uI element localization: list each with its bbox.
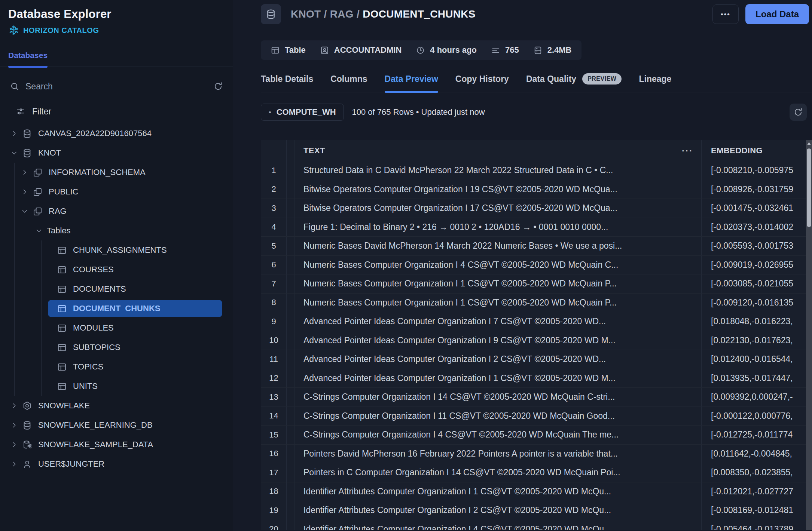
table-row[interactable]: 5Numeric Bases David McPherson 14 March …	[261, 237, 812, 256]
tree-item-canvas-202a22d901607564[interactable]: CANVAS_202A22D901607564	[0, 124, 233, 143]
table-row[interactable]: 20Identifier Attributes Computer Organiz…	[261, 520, 812, 530]
table-row[interactable]: 16Pointers David McPherson 16 February 2…	[261, 445, 812, 464]
chevron-right-icon[interactable]	[10, 421, 18, 429]
table-row[interactable]: 17Pointers in C Computer Organization I …	[261, 463, 812, 482]
text-cell[interactable]: Advanced Pointer Ideas Computer Organiza…	[295, 350, 702, 369]
embedding-cell[interactable]: [-0.008926,-0.031759	[702, 180, 812, 199]
chevron-down-icon[interactable]	[35, 227, 43, 234]
text-cell[interactable]: Advanced Pointer Ideas Computer Organiza…	[295, 331, 702, 350]
tab-data-quality[interactable]: Data QualityPREVIEW	[526, 73, 622, 92]
filter-button[interactable]: Filter	[16, 105, 233, 118]
text-cell[interactable]: Numeric Bases Computer Organization I 1 …	[295, 294, 702, 312]
embedding-cell[interactable]: [0.022130,-0.017623,	[702, 331, 812, 350]
chevron-right-icon[interactable]	[21, 188, 28, 196]
tab-copy-history[interactable]: Copy History	[455, 73, 509, 92]
breadcrumb-parents[interactable]: KNOT / RAG /	[291, 8, 363, 20]
embedding-cell[interactable]: [0.011642,-0.004845,	[702, 445, 812, 463]
text-cell[interactable]: Pointers in C Computer Organization I 14…	[295, 463, 702, 482]
text-cell[interactable]: Figure 1: Decimal to Binary 2 • 216 → 00…	[295, 218, 702, 237]
tree-item-tables[interactable]: Tables	[0, 221, 233, 240]
table-row[interactable]: 18Identifier Attributes Computer Organiz…	[261, 482, 812, 501]
table-row[interactable]: 13C-Strings Computer Organization I 14 C…	[261, 388, 812, 407]
embedding-cell[interactable]: [-0.008169,-0.012481	[702, 501, 812, 520]
chevron-right-icon[interactable]	[21, 169, 28, 176]
embedding-cell[interactable]: [0.009392,0.000247,-	[702, 388, 812, 406]
table-row[interactable]: 1Structured Data in C David McPherson 22…	[261, 161, 812, 180]
refresh-preview-button[interactable]	[790, 104, 807, 121]
tree-item-chunk-assignments[interactable]: CHUNK_ASSIGNMENTS	[0, 240, 233, 260]
tree-item-courses[interactable]: COURSES	[0, 260, 233, 279]
tab-lineage[interactable]: Lineage	[639, 73, 671, 92]
text-cell[interactable]: Bitwise Operators Computer Organization …	[295, 199, 702, 218]
text-cell[interactable]: Identifier Attributes Computer Organizat…	[295, 482, 702, 501]
tree-item-rag[interactable]: RAG	[0, 202, 233, 221]
tree-item-subtopics[interactable]: SUBTOPICS	[0, 338, 233, 357]
load-data-button[interactable]: Load Data	[745, 4, 809, 24]
text-cell[interactable]: Bitwise Operators Computer Organization …	[295, 180, 702, 199]
tab-databases[interactable]: Databases	[8, 51, 48, 67]
tree-refresh-icon[interactable]	[213, 82, 223, 91]
embedding-cell[interactable]: [-0.009120,-0.016135	[702, 294, 812, 312]
tab-data-preview[interactable]: Data Preview	[385, 73, 438, 92]
embedding-cell[interactable]: [0.012400,-0.016544,	[702, 350, 812, 369]
tab-columns[interactable]: Columns	[330, 73, 367, 92]
tree-item-information-schema[interactable]: INFORMATION_SCHEMA	[0, 163, 233, 182]
more-actions-button[interactable]: •••	[712, 4, 739, 24]
table-row[interactable]: 14C-Strings Computer Organization I 11 C…	[261, 407, 812, 426]
scrollbar-thumb[interactable]	[807, 148, 811, 227]
embedding-cell[interactable]: [-0.001475,-0.032461	[702, 199, 812, 218]
embedding-cell[interactable]: [0.013935,-0.017447,	[702, 369, 812, 388]
text-cell[interactable]: C-Strings Computer Organization I 14 CS@…	[295, 388, 702, 406]
tree-item-snowflake-sample-data[interactable]: SNOWFLAKE_SAMPLE_DATA	[0, 435, 233, 454]
text-cell[interactable]: Pointers David McPherson 16 February 202…	[295, 445, 702, 463]
embedding-cell[interactable]: [-0.020373,-0.014002	[702, 218, 812, 237]
tree-item-documents[interactable]: DOCUMENTS	[0, 279, 233, 299]
text-cell[interactable]: Numeric Bases David McPherson 14 March 2…	[295, 237, 702, 255]
embedding-cell[interactable]: [0.018048,-0.016223,	[702, 312, 812, 331]
table-row[interactable]: 6Numeric Bases Computer Organization I 4…	[261, 256, 812, 275]
tree-item-snowflake-learning-db[interactable]: SNOWFLAKE_LEARNING_DB	[0, 415, 233, 435]
embedding-cell[interactable]: [-0.008210,-0.005975	[702, 161, 812, 180]
chevron-right-icon[interactable]	[10, 441, 18, 448]
scroll-up-icon[interactable]	[807, 142, 811, 145]
table-row[interactable]: 15C-Strings Computer Organization I 4 CS…	[261, 426, 812, 445]
text-cell[interactable]: Numeric Bases Computer Organization I 1 …	[295, 274, 702, 293]
tree-item-knot[interactable]: KNOT	[0, 143, 233, 163]
chevron-right-icon[interactable]	[10, 402, 18, 409]
vertical-scrollbar[interactable]	[806, 140, 812, 530]
tree-item-units[interactable]: UNITS	[0, 377, 233, 396]
tree-item-public[interactable]: PUBLIC	[0, 182, 233, 202]
table-row[interactable]: 7Numeric Bases Computer Organization I 1…	[261, 274, 812, 294]
text-cell[interactable]: Advanced Pointer Ideas Computer Organiza…	[295, 312, 702, 331]
chevron-right-icon[interactable]	[10, 130, 18, 137]
text-cell[interactable]: Identifier Attributes Computer Organizat…	[295, 520, 702, 530]
text-cell[interactable]: Structured Data in C David McPherson 22 …	[295, 161, 702, 180]
table-row[interactable]: 11Advanced Pointer Ideas Computer Organi…	[261, 350, 812, 369]
tree-item-modules[interactable]: MODULES	[0, 318, 233, 338]
table-row[interactable]: 2Bitwise Operators Computer Organization…	[261, 180, 812, 199]
warehouse-chip[interactable]: • COMPUTE_WH	[261, 104, 344, 121]
text-cell[interactable]: Numeric Bases Computer Organization I 4 …	[295, 256, 702, 274]
table-row[interactable]: 12Advanced Pointer Ideas Computer Organi…	[261, 369, 812, 388]
tree-item-user-jungter[interactable]: USER$JUNGTER	[0, 454, 233, 474]
text-cell[interactable]: Identifier Attributes Computer Organizat…	[295, 501, 702, 520]
chevron-right-icon[interactable]	[10, 460, 18, 468]
text-cell[interactable]: C-Strings Computer Organization I 4 CS@V…	[295, 426, 702, 444]
tree-item-topics[interactable]: TOPICS	[0, 357, 233, 377]
table-row[interactable]: 3Bitwise Operators Computer Organization…	[261, 199, 812, 218]
table-row[interactable]: 19Identifier Attributes Computer Organiz…	[261, 501, 812, 520]
embedding-cell[interactable]: [-0.003085,-0.021055	[702, 274, 812, 293]
embedding-cell[interactable]: [-0.009019,-0.026955	[702, 256, 812, 274]
embedding-cell[interactable]: [-0.005593,-0.001753	[702, 237, 812, 255]
table-row[interactable]: 8Numeric Bases Computer Organization I 1…	[261, 294, 812, 313]
chevron-down-icon[interactable]	[10, 149, 18, 157]
text-cell[interactable]: Advanced Pointer Ideas Computer Organiza…	[295, 369, 702, 388]
table-row[interactable]: 4Figure 1: Decimal to Binary 2 • 216 → 0…	[261, 218, 812, 237]
search-bar[interactable]: Search	[10, 78, 223, 95]
tree-item-snowflake[interactable]: SNOWFLAKE	[0, 396, 233, 415]
table-row[interactable]: 10Advanced Pointer Ideas Computer Organi…	[261, 331, 812, 350]
tab-table-details[interactable]: Table Details	[261, 73, 313, 92]
embedding-cell[interactable]: [-0.012021,-0.027727	[702, 482, 812, 501]
chevron-down-icon[interactable]	[21, 208, 28, 215]
embedding-cell[interactable]: [-0.012725,-0.011774	[702, 426, 812, 444]
